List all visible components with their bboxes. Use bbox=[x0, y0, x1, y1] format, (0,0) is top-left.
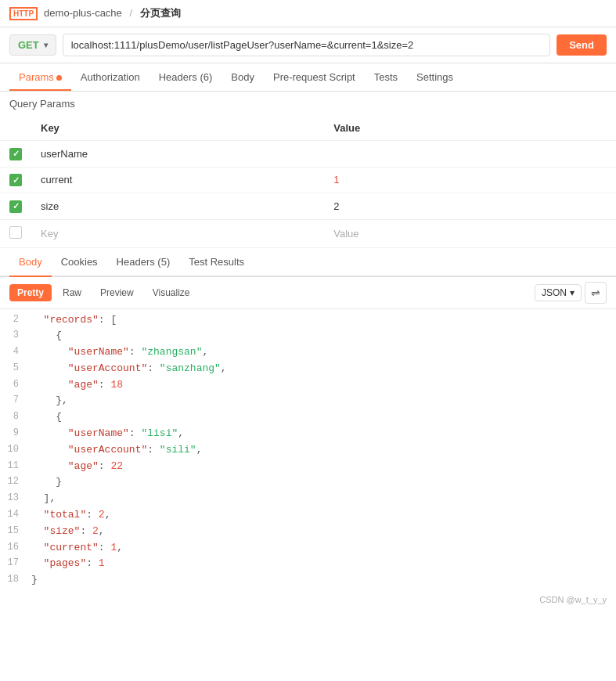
json-line: 16 "current": 1, bbox=[0, 540, 616, 557]
checkbox-header bbox=[0, 116, 31, 141]
query-params-title: Query Params bbox=[0, 92, 616, 116]
line-number: 6 bbox=[0, 377, 31, 392]
json-line: 5 "userAccount": "sanzhang", bbox=[0, 361, 616, 377]
response-tab-headers[interactable]: Headers (5) bbox=[107, 248, 180, 276]
format-pretty[interactable]: Pretty bbox=[9, 284, 52, 301]
checkbox-cell[interactable] bbox=[0, 167, 31, 193]
response-tab-testresults[interactable]: Test Results bbox=[179, 248, 254, 276]
line-number: 9 bbox=[0, 426, 31, 441]
json-line: 10 "userAccount": "sili", bbox=[0, 442, 616, 459]
row2-checkbox[interactable] bbox=[9, 174, 22, 186]
method-label: GET bbox=[18, 39, 39, 51]
line-content: "records": [ bbox=[31, 312, 117, 329]
response-tab-cookies[interactable]: Cookies bbox=[52, 248, 107, 276]
line-number: 5 bbox=[0, 361, 31, 376]
line-number: 7 bbox=[0, 393, 31, 408]
chevron-down-icon: ▾ bbox=[570, 287, 575, 298]
line-content: "pages": 1 bbox=[31, 556, 105, 572]
json-line: 17 "pages": 1 bbox=[0, 556, 616, 572]
params-table: Key Value userName current 1 size 2 bbox=[0, 116, 616, 248]
line-content: { bbox=[31, 409, 62, 426]
line-content: "current": 1, bbox=[31, 540, 123, 557]
checkbox-cell[interactable] bbox=[0, 193, 31, 220]
request-tabs: Params Authorization Headers (6) Body Pr… bbox=[0, 63, 616, 92]
line-number: 10 bbox=[0, 442, 31, 457]
row4-checkbox[interactable] bbox=[9, 226, 22, 239]
watermark: CSDN @w_t_y_y bbox=[0, 592, 616, 607]
line-content: "userAccount": "sili", bbox=[31, 442, 202, 459]
format-visualize[interactable]: Visualize bbox=[145, 284, 198, 301]
breadcrumb-separator: / bbox=[129, 7, 132, 19]
line-number: 12 bbox=[0, 474, 31, 489]
project-name[interactable]: demo-plus-cache bbox=[44, 7, 122, 19]
line-content: "userAccount": "sanzhang", bbox=[31, 361, 227, 377]
response-tabs: Body Cookies Headers (5) Test Results bbox=[0, 248, 616, 277]
json-format-selector[interactable]: JSON ▾ bbox=[535, 284, 582, 301]
http-icon: HTTP bbox=[9, 7, 38, 20]
table-row: size 2 bbox=[0, 193, 616, 220]
json-line: 4 "userName": "zhangsan", bbox=[0, 344, 616, 361]
row1-checkbox[interactable] bbox=[9, 148, 22, 160]
checkbox-cell[interactable] bbox=[0, 141, 31, 168]
json-line: 12 } bbox=[0, 474, 616, 491]
json-content: 2 "records": [3 {4 "userName": "zhangsan… bbox=[0, 309, 616, 593]
line-number: 15 bbox=[0, 524, 31, 539]
line-content: } bbox=[31, 572, 38, 589]
wrap-button[interactable]: ⇌ bbox=[585, 282, 607, 304]
tab-authorization[interactable]: Authorization bbox=[71, 63, 149, 91]
line-content: "userName": "lisi", bbox=[31, 426, 184, 442]
line-number: 2 bbox=[0, 312, 31, 327]
response-tab-body[interactable]: Body bbox=[9, 248, 52, 277]
param-key: size bbox=[31, 193, 324, 220]
line-content: "size": 2, bbox=[31, 524, 105, 540]
table-row: Key Value bbox=[0, 219, 616, 247]
tab-tests[interactable]: Tests bbox=[365, 63, 407, 91]
line-content: "age": 18 bbox=[31, 377, 123, 394]
checkbox-cell[interactable] bbox=[0, 219, 31, 247]
json-line: 9 "userName": "lisi", bbox=[0, 426, 616, 442]
line-number: 16 bbox=[0, 540, 31, 555]
tab-body[interactable]: Body bbox=[222, 63, 264, 91]
line-number: 4 bbox=[0, 344, 31, 359]
breadcrumb: demo-plus-cache / 分页查询 bbox=[44, 6, 181, 20]
method-selector[interactable]: GET ▾ bbox=[9, 34, 56, 56]
url-input[interactable] bbox=[63, 34, 550, 56]
line-content: "total": 2, bbox=[31, 507, 110, 524]
json-line: 11 "age": 22 bbox=[0, 459, 616, 475]
url-bar: GET ▾ Send bbox=[0, 27, 616, 63]
tab-prerequest[interactable]: Pre-request Script bbox=[264, 63, 365, 91]
line-content: "userName": "zhangsan", bbox=[31, 344, 208, 361]
json-line: 6 "age": 18 bbox=[0, 377, 616, 394]
line-number: 13 bbox=[0, 491, 31, 506]
table-row: current 1 bbox=[0, 167, 616, 193]
tab-settings[interactable]: Settings bbox=[407, 63, 463, 91]
tab-headers[interactable]: Headers (6) bbox=[149, 63, 222, 91]
line-number: 8 bbox=[0, 409, 31, 424]
param-value-placeholder: Value bbox=[324, 219, 616, 247]
tab-params[interactable]: Params bbox=[9, 63, 71, 91]
send-button[interactable]: Send bbox=[557, 34, 607, 56]
json-line: 13 ], bbox=[0, 491, 616, 507]
line-number: 18 bbox=[0, 572, 31, 587]
format-bar: Pretty Raw Preview Visualize JSON ▾ ⇌ bbox=[0, 277, 616, 309]
line-content: { bbox=[31, 328, 62, 344]
line-content: ], bbox=[31, 491, 56, 507]
param-value: 2 bbox=[324, 193, 616, 220]
format-raw[interactable]: Raw bbox=[55, 284, 89, 301]
line-number: 3 bbox=[0, 328, 31, 343]
json-line: 2 "records": [ bbox=[0, 312, 616, 329]
param-value: 1 bbox=[324, 167, 616, 193]
param-key: userName bbox=[31, 141, 324, 168]
format-preview[interactable]: Preview bbox=[92, 284, 142, 301]
value-header: Value bbox=[324, 116, 616, 141]
line-content: } bbox=[31, 474, 62, 491]
json-line: 3 { bbox=[0, 328, 616, 344]
page-name: 分页查询 bbox=[140, 7, 181, 19]
json-line: 14 "total": 2, bbox=[0, 507, 616, 524]
line-number: 17 bbox=[0, 556, 31, 571]
json-line: 15 "size": 2, bbox=[0, 524, 616, 540]
table-row: userName bbox=[0, 141, 616, 168]
row3-checkbox[interactable] bbox=[9, 200, 22, 213]
param-key: current bbox=[31, 167, 324, 193]
json-line: 7 }, bbox=[0, 393, 616, 409]
